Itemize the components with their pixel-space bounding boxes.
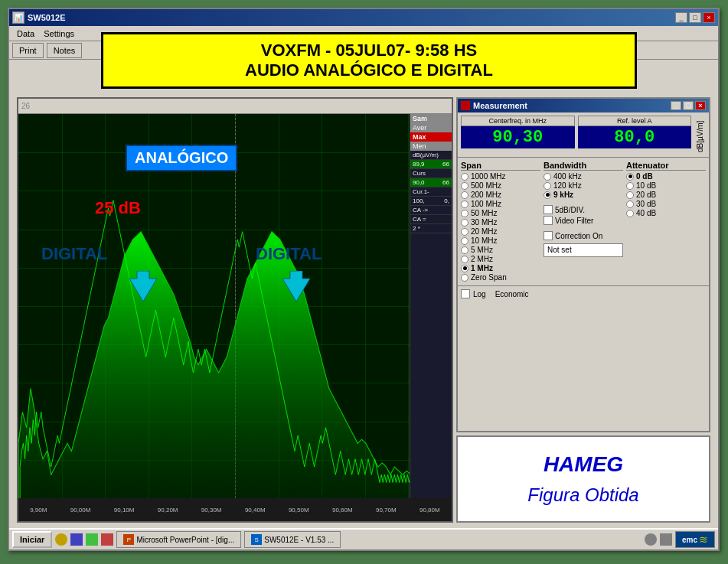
maximize-button[interactable]: □ xyxy=(689,12,701,23)
radio-1000mhz[interactable] xyxy=(461,173,468,181)
tray-icon-1 xyxy=(645,533,657,546)
att-0db[interactable]: 0 dB xyxy=(626,172,706,181)
content-area: 26 xyxy=(17,97,710,523)
meas-title-icon xyxy=(461,101,470,110)
centerfreq-field: Centerfreq. in MHz 90,30 xyxy=(461,116,575,148)
menu-settings[interactable]: Settings xyxy=(39,26,79,41)
att-30db[interactable]: 30 dB xyxy=(626,200,706,208)
digital-right-label: DIGITAL xyxy=(256,244,322,264)
radio-40db[interactable] xyxy=(626,210,634,217)
not-set-field: Not set xyxy=(544,243,623,257)
att-20db[interactable]: 20 dB xyxy=(626,191,706,199)
tray-icon-2 xyxy=(660,533,672,546)
app-icon-3[interactable] xyxy=(101,533,113,546)
ppt-icon: P xyxy=(123,534,134,545)
title-bar-buttons: _ □ × xyxy=(675,12,715,23)
span-2mhz[interactable]: 2 MHz xyxy=(461,255,540,263)
start-button[interactable]: Iniciar xyxy=(12,531,52,548)
svg-marker-0 xyxy=(129,271,157,302)
radio-200mhz[interactable] xyxy=(461,191,468,199)
radio-1mhz[interactable] xyxy=(461,265,468,272)
correction-checkbox[interactable] xyxy=(544,231,553,240)
freq-label-8: 90,70M xyxy=(376,507,397,513)
sw-icon: S xyxy=(251,534,262,545)
freq-label-4: 90,30M xyxy=(201,507,222,513)
radio-20mhz[interactable] xyxy=(461,228,468,236)
span-500mhz[interactable]: 500 MHz xyxy=(461,181,540,190)
span-200mhz[interactable]: 200 MHz xyxy=(461,191,540,199)
radio-9khz[interactable] xyxy=(544,191,551,199)
att-10db[interactable]: 10 dB xyxy=(626,181,706,190)
max-row: Max xyxy=(410,132,452,142)
5db-div-option[interactable]: 5dB/DIV. xyxy=(544,205,623,214)
correction-option[interactable]: Correction On xyxy=(544,231,623,240)
db-unit-row: dB(µV/m) xyxy=(410,151,452,160)
meas-close[interactable]: × xyxy=(695,101,706,110)
attenuator-title: Attenuator xyxy=(626,161,706,171)
meas-minimize[interactable]: _ xyxy=(671,101,681,110)
span-20mhz[interactable]: 20 MHz xyxy=(461,227,540,236)
app-icon-2[interactable] xyxy=(86,533,98,546)
radio-zero[interactable] xyxy=(461,274,468,282)
span-50mhz[interactable]: 50 MHz xyxy=(461,209,540,217)
spectrum-header: 26 xyxy=(18,99,452,114)
bw-9khz[interactable]: 9 kHz xyxy=(544,191,623,199)
radio-500mhz[interactable] xyxy=(461,182,468,190)
span-30mhz[interactable]: 30 MHz xyxy=(461,218,540,227)
radio-10mhz[interactable] xyxy=(461,237,468,245)
close-button[interactable]: × xyxy=(703,12,715,23)
meas-maximize[interactable]: □ xyxy=(683,101,694,110)
taskbar: Iniciar P Microsoft PowerPoint - [dig...… xyxy=(9,528,718,549)
title-bar-text: 📊 SW5012E xyxy=(12,11,66,24)
radio-20db[interactable] xyxy=(626,191,634,199)
video-filter-option[interactable]: Video Filter xyxy=(544,216,623,225)
freq-label-3: 90,20M xyxy=(158,507,178,513)
sam-row: Sam xyxy=(410,114,452,123)
ca-eq-row: CA = xyxy=(410,215,452,224)
span-1000mhz[interactable]: 1000 MHz xyxy=(461,172,540,181)
menu-data[interactable]: Data xyxy=(12,26,39,41)
measurement-title-bar: Measurement _ □ × xyxy=(458,99,709,112)
span-5mhz[interactable]: 5 MHz xyxy=(461,246,540,254)
notes-button[interactable]: Notes xyxy=(47,43,83,58)
log-checkbox[interactable] xyxy=(461,289,470,298)
title-line2: AUDIO ANALÓGICO E DIGITAL xyxy=(109,60,628,80)
radio-0db[interactable] xyxy=(626,173,634,181)
radio-2mhz[interactable] xyxy=(461,256,468,263)
taskbar-right: emc ≋ xyxy=(645,531,715,548)
freq-label-0: 9,90M xyxy=(30,507,47,513)
hameg-box: HAMEG Figura Obtida xyxy=(456,435,710,523)
radio-120khz[interactable] xyxy=(544,182,551,190)
taskbar-sw5012e[interactable]: S SW5012E - V1.53 ... xyxy=(244,531,341,548)
5db-div-checkbox[interactable] xyxy=(544,205,553,214)
taskbar-powerpoint[interactable]: P Microsoft PowerPoint - [dig... xyxy=(116,531,241,548)
bw-120khz[interactable]: 120 kHz xyxy=(544,181,623,190)
minimize-button[interactable]: _ xyxy=(675,12,687,23)
span-100mhz[interactable]: 100 MHz xyxy=(461,200,540,208)
freq-axis: 9,90M 90,00M 90,10M 90,20M 90,30M 90,40M… xyxy=(18,498,452,521)
val-row-2: 90,066 xyxy=(410,178,452,187)
radio-5mhz[interactable] xyxy=(461,246,468,254)
radio-100mhz[interactable] xyxy=(461,200,468,208)
bw-400khz[interactable]: 400 kHz xyxy=(544,172,623,181)
radio-400khz[interactable] xyxy=(544,173,551,181)
emc-waves: ≋ xyxy=(699,533,708,546)
video-filter-checkbox[interactable] xyxy=(544,216,553,225)
measurement-title: Measurement xyxy=(473,101,527,110)
freq-label-7: 90,60M xyxy=(332,507,353,513)
radio-10db[interactable] xyxy=(626,182,634,190)
span-10mhz[interactable]: 10 MHz xyxy=(461,236,540,245)
print-button[interactable]: Print xyxy=(12,43,44,58)
span-zero[interactable]: Zero Span xyxy=(461,273,540,282)
radio-30db[interactable] xyxy=(626,200,634,208)
ie-icon[interactable] xyxy=(55,533,67,546)
span-1mhz[interactable]: 1 MHz xyxy=(461,264,540,272)
att-40db[interactable]: 40 dB xyxy=(626,209,706,217)
freq-label-5: 90,40M xyxy=(245,507,266,513)
freq-label-1: 90,00M xyxy=(70,507,91,513)
explorer-icon[interactable] xyxy=(70,533,83,546)
measurement-window: Measurement _ □ × Centerfreq. in MHz 90,… xyxy=(456,97,710,432)
curs-row: Curs xyxy=(410,169,452,178)
radio-50mhz[interactable] xyxy=(461,210,468,217)
radio-30mhz[interactable] xyxy=(461,219,468,227)
